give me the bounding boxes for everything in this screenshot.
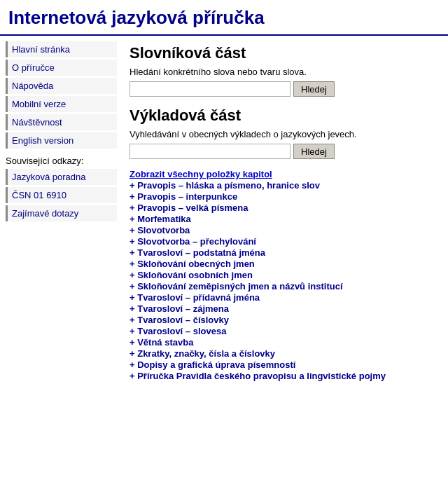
main-link-7[interactable]: + Tvarosloví – podstatná jména — [130, 247, 438, 258]
related-label: Související odkazy: — [6, 156, 117, 166]
page-title: Internetová jazyková příručka — [8, 7, 440, 29]
main-link-17[interactable]: + Dopisy a grafická úprava písemností — [130, 359, 438, 370]
main-link-11[interactable]: + Tvarosloví – přídavná jména — [130, 292, 438, 303]
section2-desc: Vyhledávání v obecných výkladech o jazyk… — [130, 129, 438, 139]
section1-desc: Hledání konkrétního slova nebo tvaru slo… — [130, 67, 438, 77]
main-link-12[interactable]: + Tvarosloví – zájmena — [130, 303, 438, 314]
main-link-2[interactable]: + Pravopis – interpunkce — [130, 191, 438, 202]
main-link-16[interactable]: + Zkratky, značky, čísla a číslovky — [130, 348, 438, 359]
search-input-2[interactable] — [130, 144, 290, 159]
main-link-0[interactable]: Zobrazit všechny položky kapitol — [130, 169, 438, 179]
main-link-15[interactable]: + Větná stavba — [130, 337, 438, 348]
sidebar-item-navstevnost[interactable]: Návštěvnost — [6, 114, 117, 130]
main-link-9[interactable]: + Skloňování osobních jmen — [130, 270, 438, 280]
sidebar-item-hlavni-stranka[interactable]: Hlavní stránka — [6, 41, 117, 57]
main-link-1[interactable]: + Pravopis – hláska a písmeno, hranice s… — [130, 180, 438, 191]
main-link-18[interactable]: + Příručka Pravidla českého pravopisu a … — [130, 371, 438, 381]
search-button-2[interactable]: Hledej — [293, 144, 335, 159]
main-link-8[interactable]: + Skloňování obecných jmen — [130, 259, 438, 269]
search-input-1[interactable] — [130, 81, 290, 97]
search-button-1[interactable]: Hledej — [293, 81, 335, 97]
main-link-6[interactable]: + Slovotvorba – přechylování — [130, 236, 438, 247]
main-link-13[interactable]: + Tvarosloví – číslovky — [130, 315, 438, 325]
related-item-zajimave-dotazy[interactable]: Zajímavé dotazy — [6, 205, 117, 221]
sidebar-item-english-version[interactable]: English version — [6, 132, 117, 149]
main-link-5[interactable]: + Slovotvorba — [130, 225, 438, 235]
section1-title: Slovníková část — [130, 44, 438, 62]
related-item-jazykova-poradna[interactable]: Jazyková poradna — [6, 169, 117, 185]
section2-title: Výkladová část — [130, 107, 438, 125]
related-item-csn-01-6910[interactable]: ČSN 01 6910 — [6, 187, 117, 203]
sidebar-item-napoveda[interactable]: Nápověda — [6, 78, 117, 94]
sidebar-item-o-prirucce[interactable]: O příručce — [6, 60, 117, 76]
main-link-4[interactable]: + Morfematika — [130, 214, 438, 224]
main-link-3[interactable]: + Pravopis – velká písmena — [130, 203, 438, 213]
sidebar-item-mobilni-verze[interactable]: Mobilní verze — [6, 96, 117, 112]
main-link-10[interactable]: + Skloňování zeměpisných jmen a názvů in… — [130, 281, 438, 292]
main-link-14[interactable]: + Tvarosloví – slovesa — [130, 326, 438, 336]
